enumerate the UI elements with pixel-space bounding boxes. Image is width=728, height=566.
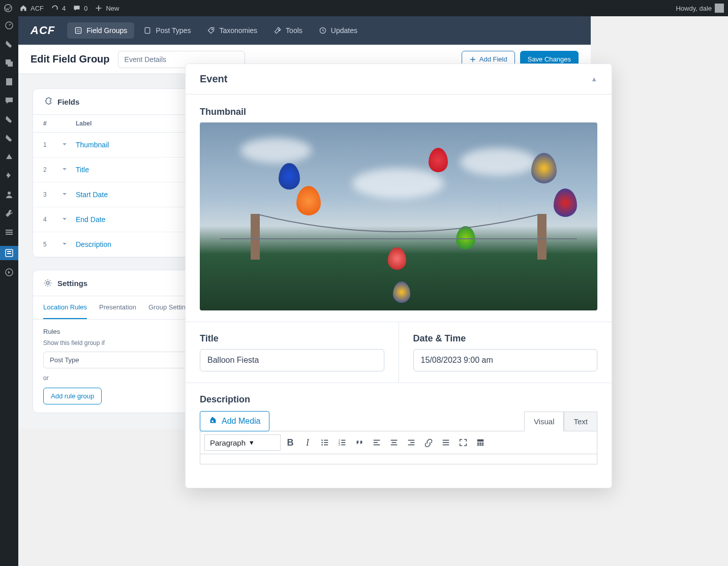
- menu-custom1[interactable]: [4, 114, 14, 126]
- menu-users[interactable]: [4, 190, 14, 201]
- bullet-list-button[interactable]: [317, 435, 332, 450]
- chevron-down-icon[interactable]: [62, 240, 76, 248]
- gear-icon: [43, 278, 52, 288]
- svg-rect-33: [374, 440, 380, 441]
- menu-acf[interactable]: [0, 246, 18, 260]
- menu-custom2[interactable]: [4, 133, 14, 145]
- svg-rect-10: [7, 251, 11, 252]
- wp-admin-bar: ACF 4 0 New Howdy, dale: [0, 0, 728, 16]
- wp-logo-icon[interactable]: [4, 4, 12, 12]
- menu-plugins[interactable]: [4, 171, 14, 182]
- svg-rect-44: [443, 445, 449, 446]
- title-input[interactable]: [200, 349, 384, 371]
- adminbar-new[interactable]: New: [95, 4, 119, 12]
- svg-rect-39: [408, 440, 415, 441]
- adminbar-site-label: ACF: [31, 5, 44, 12]
- menu-media[interactable]: [4, 58, 14, 70]
- wp-admin-menu: [0, 16, 18, 566]
- chevron-down-icon[interactable]: [62, 141, 76, 149]
- tab-presentation[interactable]: Presentation: [99, 296, 136, 319]
- modal-title: Event: [200, 73, 227, 85]
- nav-taxonomies[interactable]: Taxonomies: [200, 22, 264, 39]
- acf-logo: ACF: [31, 24, 55, 37]
- svg-point-20: [211, 420, 214, 422]
- menu-tools[interactable]: [4, 208, 14, 220]
- link-button[interactable]: [421, 435, 436, 450]
- format-select-label: Paragraph: [210, 438, 246, 447]
- field-number: 3: [43, 191, 62, 198]
- svg-point-23: [321, 442, 323, 444]
- chevron-down-icon: ▾: [250, 438, 254, 447]
- date-input[interactable]: [413, 349, 598, 371]
- svg-rect-22: [324, 440, 328, 441]
- chevron-down-icon[interactable]: [62, 215, 76, 224]
- chevron-down-icon[interactable]: [62, 166, 76, 174]
- align-left-button[interactable]: [369, 435, 384, 450]
- chevron-down-icon[interactable]: [62, 191, 76, 199]
- tab-location-rules[interactable]: Location Rules: [43, 296, 87, 319]
- italic-button[interactable]: I: [300, 435, 315, 450]
- svg-point-5: [8, 192, 11, 195]
- fields-panel-title: Fields: [57, 98, 79, 106]
- nav-updates[interactable]: Updates: [312, 22, 365, 39]
- svg-rect-28: [341, 440, 345, 441]
- adminbar-howdy[interactable]: Howdy, dale: [676, 4, 724, 13]
- more-button[interactable]: [438, 435, 453, 450]
- field-number: 1: [43, 141, 62, 148]
- nav-post-types[interactable]: Post Types: [136, 22, 198, 39]
- menu-dashboard[interactable]: [4, 20, 14, 32]
- svg-rect-13: [76, 27, 81, 33]
- svg-rect-43: [443, 442, 449, 443]
- editor-toolbar: Paragraph▾ B I 123: [200, 431, 597, 454]
- svg-rect-35: [374, 445, 380, 446]
- event-modal: Event ▲ Thumbnail: [185, 64, 612, 488]
- svg-rect-50: [479, 445, 481, 446]
- svg-text:3: 3: [339, 443, 340, 446]
- adminbar-comments[interactable]: 0: [73, 4, 87, 12]
- add-rule-group-button[interactable]: Add rule group: [43, 388, 102, 404]
- menu-pages[interactable]: [4, 77, 14, 88]
- editor-tab-visual[interactable]: Visual: [524, 412, 564, 431]
- menu-appearance[interactable]: [4, 152, 14, 164]
- svg-rect-3: [8, 61, 13, 67]
- nav-tools[interactable]: Tools: [266, 22, 310, 39]
- title-label: Title: [200, 333, 384, 344]
- svg-rect-48: [482, 443, 484, 444]
- blockquote-button[interactable]: [352, 435, 367, 450]
- menu-settings[interactable]: [4, 227, 14, 239]
- collapse-icon[interactable]: ▲: [591, 75, 597, 83]
- add-media-label: Add Media: [222, 417, 261, 426]
- svg-rect-26: [324, 445, 328, 446]
- svg-rect-30: [341, 442, 345, 443]
- align-center-button[interactable]: [386, 435, 402, 450]
- puzzle-icon: [43, 97, 52, 106]
- menu-collapse[interactable]: [4, 267, 14, 279]
- thumbnail-image[interactable]: [200, 122, 597, 310]
- menu-comments[interactable]: [4, 96, 14, 107]
- nav-field-groups[interactable]: Field Groups: [67, 22, 134, 39]
- editor-textarea[interactable]: [200, 454, 597, 464]
- bold-button[interactable]: B: [283, 435, 298, 450]
- svg-rect-51: [482, 445, 484, 446]
- adminbar-site[interactable]: ACF: [19, 4, 44, 12]
- date-label: Date & Time: [413, 333, 598, 344]
- svg-rect-32: [341, 445, 345, 446]
- numbered-list-button[interactable]: 123: [335, 435, 350, 450]
- nav-label: Taxonomies: [219, 26, 257, 35]
- adminbar-updates-count: 4: [62, 5, 66, 12]
- page-title: Edit Field Group: [31, 53, 110, 65]
- format-select[interactable]: Paragraph▾: [204, 434, 281, 451]
- align-right-button[interactable]: [404, 435, 419, 450]
- adminbar-new-label: New: [106, 5, 119, 12]
- editor-tab-text[interactable]: Text: [564, 412, 597, 431]
- adminbar-updates[interactable]: 4: [51, 4, 66, 12]
- svg-rect-8: [6, 234, 13, 235]
- nav-label: Post Types: [156, 26, 191, 35]
- fullscreen-button[interactable]: [456, 435, 471, 450]
- svg-point-19: [46, 281, 49, 284]
- svg-rect-37: [392, 442, 397, 443]
- menu-posts[interactable]: [4, 39, 14, 51]
- kitchen-sink-button[interactable]: [473, 435, 488, 450]
- add-media-button[interactable]: Add Media: [200, 411, 269, 431]
- acf-topbar: ACF Field Groups Post Types Taxonomies T…: [18, 16, 591, 45]
